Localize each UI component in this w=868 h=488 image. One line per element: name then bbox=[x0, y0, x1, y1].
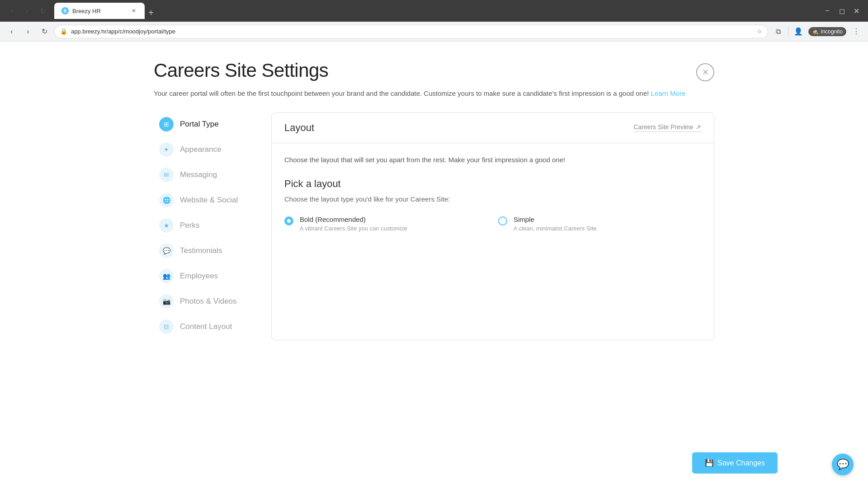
sidebar-item-employees[interactable]: 👥 Employees bbox=[154, 264, 253, 288]
employees-label: Employees bbox=[180, 272, 218, 281]
page-inner: Careers Site Settings ✕ Your career port… bbox=[118, 42, 750, 358]
content-layout-icon: ⊟ bbox=[159, 319, 174, 334]
menu-icon[interactable]: ⋮ bbox=[850, 25, 863, 38]
sidebar-nav: ⊞ Portal Type ✦ Appearance ✉ Messaging 🌐… bbox=[154, 113, 253, 340]
external-link-icon: ↗ bbox=[696, 123, 701, 131]
forward-button[interactable]: › bbox=[21, 5, 33, 17]
restore-button[interactable]: ◻ bbox=[835, 5, 848, 17]
description-text: Your career portal will often be the fir… bbox=[154, 89, 651, 97]
testimonials-label: Testimonials bbox=[180, 246, 222, 255]
radio-simple[interactable] bbox=[498, 216, 507, 225]
panel-title: Layout bbox=[284, 122, 314, 134]
sidebar-item-photos-videos[interactable]: 📷 Photos & Videos bbox=[154, 290, 253, 313]
sidebar-item-perks[interactable]: ★ Perks bbox=[154, 214, 253, 237]
sidebar-item-appearance[interactable]: ✦ Appearance bbox=[154, 138, 253, 161]
window-close-button[interactable]: ✕ bbox=[850, 5, 863, 17]
website-social-label: Website & Social bbox=[180, 196, 238, 205]
tab-favicon: B bbox=[61, 7, 69, 14]
divider bbox=[788, 27, 788, 36]
tab-bar: B Breezy HR ✕ + bbox=[52, 3, 817, 19]
page-header: Careers Site Settings ✕ bbox=[154, 60, 714, 81]
learn-more-link[interactable]: Learn More bbox=[651, 89, 686, 97]
layout-name-simple: Simple bbox=[514, 216, 597, 223]
perks-icon: ★ bbox=[159, 218, 174, 233]
content-area: ⊞ Portal Type ✦ Appearance ✉ Messaging 🌐… bbox=[154, 113, 714, 340]
photos-videos-icon: 📷 bbox=[159, 294, 174, 309]
layout-info-simple: Simple A clean, minimalist Careers Site bbox=[514, 216, 597, 232]
nav-reload[interactable]: ↻ bbox=[38, 25, 51, 38]
sidebar-item-website-social[interactable]: 🌐 Website & Social bbox=[154, 188, 253, 212]
profile-icon[interactable]: 👤 bbox=[792, 25, 805, 38]
layout-name-bold: Bold (Recommended) bbox=[300, 216, 407, 223]
back-button[interactable]: ‹ bbox=[5, 5, 18, 17]
extensions-icon[interactable]: ⧉ bbox=[772, 25, 784, 38]
close-page-button[interactable]: ✕ bbox=[696, 63, 714, 81]
layout-option-bold: Bold (Recommended) A vibrant Careers Sit… bbox=[284, 216, 487, 232]
section-title: Pick a layout bbox=[284, 178, 701, 190]
messaging-label: Messaging bbox=[180, 170, 217, 179]
toolbar-right: ⧉ 👤 🕵 Incognito ⋮ bbox=[772, 25, 863, 38]
browser-chrome: ‹ › ↻ B Breezy HR ✕ + − ◻ ✕ bbox=[0, 0, 868, 22]
content-layout-label: Content Layout bbox=[180, 322, 232, 331]
employees-icon: 👥 bbox=[159, 269, 174, 283]
appearance-label: Appearance bbox=[180, 145, 222, 154]
address-bar[interactable]: 🔒 app.breezy.hr/app/c/moodjoy/portal/typ… bbox=[54, 25, 768, 38]
page-content: Careers Site Settings ✕ Your career port… bbox=[0, 42, 868, 488]
messaging-icon: ✉ bbox=[159, 168, 174, 182]
photos-videos-label: Photos & Videos bbox=[180, 297, 236, 306]
layout-desc-simple: A clean, minimalist Careers Site bbox=[514, 225, 597, 232]
incognito-badge: 🕵 Incognito bbox=[808, 27, 846, 36]
sidebar-item-portal-type[interactable]: ⊞ Portal Type bbox=[154, 113, 253, 136]
main-panel: Layout Careers Site Preview ↗ Choose the… bbox=[271, 113, 714, 340]
lock-icon: 🔒 bbox=[60, 28, 67, 35]
chat-bubble-button[interactable]: 💬 bbox=[832, 454, 854, 475]
address-bar-icons: ☆ bbox=[757, 28, 762, 35]
save-changes-button[interactable]: 💾 Save Changes bbox=[692, 452, 778, 474]
sidebar-item-messaging[interactable]: ✉ Messaging bbox=[154, 163, 253, 187]
appearance-icon: ✦ bbox=[159, 142, 174, 157]
radio-bold[interactable] bbox=[284, 216, 293, 225]
layout-desc-bold: A vibrant Careers Site you can customize bbox=[300, 225, 407, 232]
reload-button[interactable]: ↻ bbox=[36, 5, 49, 17]
testimonials-icon: 💬 bbox=[159, 244, 174, 258]
window-controls: − ◻ ✕ bbox=[821, 5, 863, 17]
bookmark-icon[interactable]: ☆ bbox=[757, 28, 762, 35]
active-tab[interactable]: B Breezy HR ✕ bbox=[54, 3, 145, 19]
close-icon: ✕ bbox=[702, 67, 709, 77]
preview-link-text: Careers Site Preview bbox=[634, 123, 693, 131]
perks-label: Perks bbox=[180, 221, 199, 230]
section-subtitle: Choose the layout type you'd like for yo… bbox=[284, 195, 701, 203]
save-icon: 💾 bbox=[705, 459, 714, 467]
tab-title: Breezy HR bbox=[72, 8, 127, 14]
panel-header: Layout Careers Site Preview ↗ bbox=[272, 113, 714, 143]
sidebar-item-testimonials[interactable]: 💬 Testimonials bbox=[154, 239, 253, 263]
website-social-icon: 🌐 bbox=[159, 193, 174, 207]
layout-info-bold: Bold (Recommended) A vibrant Careers Sit… bbox=[300, 216, 407, 232]
layout-options: Bold (Recommended) A vibrant Careers Sit… bbox=[284, 216, 701, 232]
portal-type-icon: ⊞ bbox=[159, 117, 174, 131]
address-bar-row: ‹ › ↻ 🔒 app.breezy.hr/app/c/moodjoy/port… bbox=[0, 22, 868, 42]
tab-close-button[interactable]: ✕ bbox=[130, 7, 137, 14]
minimize-button[interactable]: − bbox=[821, 5, 834, 17]
sidebar-item-content-layout[interactable]: ⊟ Content Layout bbox=[154, 315, 253, 338]
panel-body: Choose the layout that will set you apar… bbox=[272, 143, 714, 244]
page-title: Careers Site Settings bbox=[154, 60, 328, 81]
portal-type-label: Portal Type bbox=[180, 120, 219, 129]
incognito-label: Incognito bbox=[821, 28, 843, 35]
new-tab-button[interactable]: + bbox=[145, 6, 157, 19]
save-label: Save Changes bbox=[717, 459, 765, 467]
chat-icon: 💬 bbox=[837, 459, 849, 470]
panel-description: Choose the layout that will set you apar… bbox=[284, 156, 701, 164]
browser-controls: ‹ › ↻ bbox=[5, 5, 49, 17]
layout-option-simple: Simple A clean, minimalist Careers Site bbox=[498, 216, 701, 232]
url-text: app.breezy.hr/app/c/moodjoy/portal/type bbox=[71, 28, 753, 35]
nav-forward[interactable]: › bbox=[22, 25, 34, 38]
careers-site-preview-link[interactable]: Careers Site Preview ↗ bbox=[634, 123, 702, 132]
page-description: Your career portal will often be the fir… bbox=[154, 89, 714, 99]
nav-back[interactable]: ‹ bbox=[5, 25, 18, 38]
